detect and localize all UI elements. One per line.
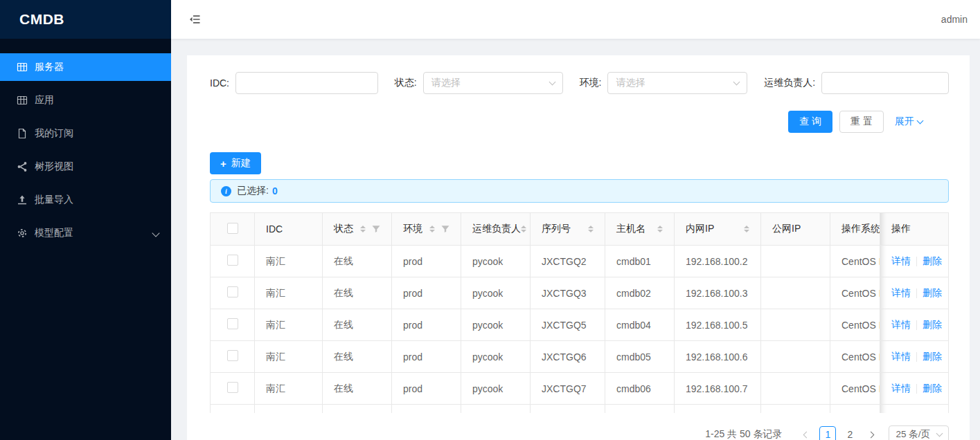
column-header-actions: 操作 [880,213,949,246]
detail-link[interactable]: 详情 [891,383,911,394]
delete-link[interactable]: 删除 [923,255,942,266]
prev-page-button[interactable] [797,426,814,440]
table-header: IDC状态环境运维负责人序列号主机名内网IP公网IP操作系统操作 [211,213,949,246]
row-checkbox[interactable] [227,350,238,361]
action-divider [916,288,917,298]
cell-env: prod [392,277,461,309]
owner-input-wrap [821,72,949,94]
cell-checkbox [211,373,255,405]
sidebar-item-tree-view[interactable]: 树形视图 [0,153,171,181]
detail-link[interactable]: 详情 [891,255,911,266]
cell-wan_ip [761,373,830,405]
sidebar-item-subscriptions[interactable]: 我的订阅 [0,120,171,147]
sidebar-item-apps[interactable]: 应用 [0,86,171,114]
pagination: 1-25 共 50 条记录 12 25 条/页 [210,425,949,440]
page-button-1[interactable]: 1 [819,426,836,440]
sidebar: CMDB 服务器应用我的订阅树形视图批量导入模型配置 [0,0,171,440]
action-divider [916,352,917,362]
delete-link[interactable]: 删除 [923,383,942,394]
reset-button[interactable]: 重 置 [839,111,884,133]
sort-icon[interactable] [360,226,366,232]
cell-hostname: cmdb02 [605,277,675,309]
column-header-sn: 序列号 [531,213,605,246]
sort-icon[interactable] [744,226,749,232]
table-icon [17,62,28,73]
detail-link[interactable]: 详情 [891,287,911,298]
sort-icon[interactable] [521,226,526,232]
filter-funnel-icon[interactable] [441,225,449,233]
column-title: 内网IP [686,223,714,235]
env-select[interactable]: 请选择 [607,72,747,94]
cell-hostname: cmdb05 [605,341,675,373]
table-body: 南汇在线prodpycookJXCTGQ2cmdb01192.168.100.2… [211,246,949,413]
cell-owner: pycook [461,341,531,373]
delete-link[interactable]: 删除 [923,287,942,298]
chevron-down-icon [936,430,943,437]
cell-wan_ip [761,309,830,341]
detail-link[interactable]: 详情 [891,351,911,362]
filter-label: 状态: [395,77,417,89]
menu-fold-icon[interactable] [188,13,201,26]
create-button[interactable]: + 新建 [210,152,261,174]
chevron-down-icon [733,79,740,86]
filter-actions: 查 询 重 置 展开 [210,111,949,133]
page-button-2[interactable]: 2 [841,426,858,440]
cell-status: 在线 [323,341,392,373]
app-logo-text: CMDB [19,11,64,28]
action-divider [916,257,917,266]
delete-link[interactable]: 删除 [923,351,942,362]
chevron-right-icon [868,431,875,438]
detail-link[interactable]: 详情 [891,319,911,330]
row-checkbox[interactable] [227,286,238,297]
sort-icon[interactable] [588,226,594,232]
expand-link[interactable]: 展开 [895,116,923,128]
cell-lan_ip: 192.168.100.5 [675,309,761,341]
column-header-lan_ip: 内网IP [675,213,761,246]
delete-link[interactable]: 删除 [923,319,942,330]
table-row: 南汇在线prodpycookJXCTGQ7cmdb06192.168.100.7… [211,373,949,405]
filter-funnel-icon[interactable] [372,225,380,233]
filter-label: 环境: [580,77,602,89]
filter-item-env: 环境:请选择 [580,72,765,94]
username[interactable]: admin [941,14,969,25]
sidebar-item-label: 应用 [35,94,54,107]
sidebar-item-model-config[interactable]: 模型配置 [0,219,171,247]
cell-sn: JXCTGQ3 [531,277,605,309]
sort-icon[interactable] [657,226,663,232]
column-title: 主机名 [616,223,645,235]
owner-input[interactable] [830,77,941,89]
filter-item-status: 状态:请选择 [395,72,580,94]
cell-env: prod [392,246,461,277]
cell-os: CentOS L [830,246,880,277]
info-icon: i [221,186,231,196]
page-size-label: 25 条/页 [896,428,930,440]
action-divider [916,384,917,394]
cell-actions: 详情删除 [880,373,949,405]
cell-idc: 南汇 [255,246,323,277]
cell-wan_ip [761,341,830,373]
selection-alert: i 已选择: 0 [210,179,949,203]
top-header: admin [171,0,980,39]
sidebar-item-label: 树形视图 [35,161,73,173]
row-checkbox[interactable] [227,318,238,329]
sidebar-item-servers[interactable]: 服务器 [0,53,171,81]
row-checkbox[interactable] [227,255,238,266]
column-title: 环境 [403,223,422,235]
status-select[interactable]: 请选择 [423,72,563,94]
sort-icon[interactable] [429,226,435,232]
search-button[interactable]: 查 询 [788,111,832,133]
idc-input[interactable] [244,77,370,89]
row-checkbox[interactable] [227,382,238,393]
page-size-select[interactable]: 25 条/页 [889,425,949,440]
select-placeholder: 请选择 [616,77,645,89]
cell-sn: JXCTGQ5 [531,309,605,341]
chevron-down-icon [917,118,924,125]
column-title: 序列号 [542,223,571,235]
pagination-total: 1-25 共 50 条记录 [705,428,782,440]
sidebar-item-batch-import[interactable]: 批量导入 [0,186,171,214]
cell-hostname: cmdb01 [605,246,675,277]
action-divider [916,320,917,330]
cell-env: prod [392,341,461,373]
select-all-checkbox[interactable] [227,223,238,234]
next-page-button[interactable] [864,426,880,440]
